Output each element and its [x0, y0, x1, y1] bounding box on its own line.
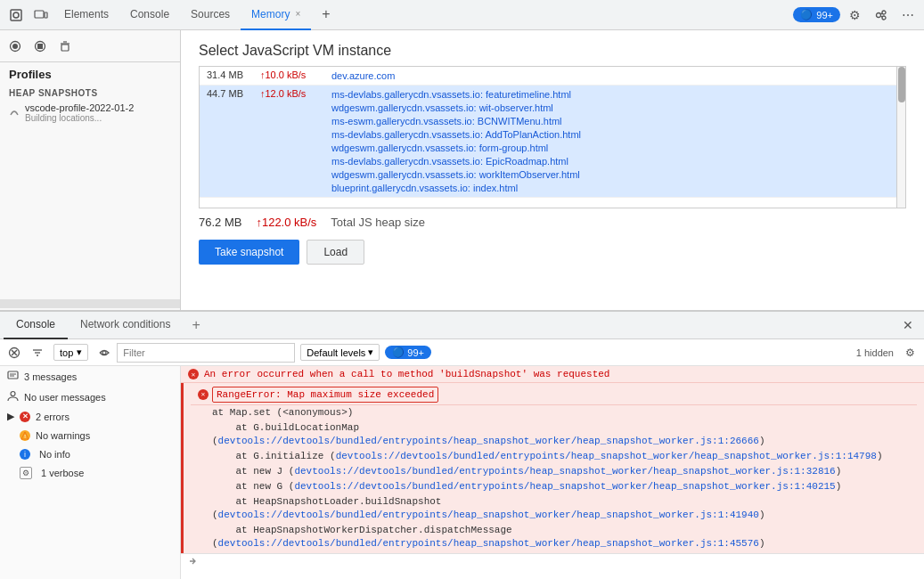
messages-label: 3 messages [24, 371, 173, 382]
tab-console[interactable]: Console [119, 0, 180, 30]
sidebar-hscrollbar[interactable] [0, 299, 180, 308]
notifications-badge[interactable]: 🔵 99+ [793, 7, 840, 22]
stack-line-5: at HeapSnapshotLoader.buildSnapshot (dev… [191, 494, 917, 523]
console-body: 3 messages No user messages ▶ ✕ 2 errors… [0, 366, 924, 579]
stack-link-2[interactable]: devtools://devtools/bundled/entrypoints/… [336, 451, 877, 461]
eye-icon[interactable] [94, 342, 115, 363]
sidebar-item-warnings[interactable]: ▶ ! No warnings [0, 426, 180, 444]
heap-snapshots-header: HEAP SNAPSHOTS [0, 85, 180, 100]
close-console-icon[interactable]: ✕ [895, 314, 920, 336]
context-dropdown-arrow: ▾ [77, 347, 82, 358]
svg-rect-0 [11, 10, 21, 20]
take-snapshot-button[interactable]: Take snapshot [199, 240, 299, 265]
table-row[interactable]: 44.7 MB ↑12.0 kB/s ms-devlabs.gallerycdn… [200, 86, 905, 198]
warnings-label: No warnings [36, 430, 173, 441]
sidebar-item-user-messages[interactable]: No user messages [0, 387, 180, 407]
info-label: No info [39, 449, 173, 460]
tab-network-conditions[interactable]: Network conditions [68, 311, 183, 339]
stack-line-4: at new G (devtools://devtools/bundled/en… [191, 479, 917, 494]
prompt-arrow-icon [188, 557, 197, 568]
rangeerror-label: RangeError: Map maximum size exceeded [212, 387, 438, 403]
sidebar-scroll: HEAP SNAPSHOTS vscode-profile-2022-01-2 … [0, 85, 180, 298]
console-settings-icon[interactable]: ⚙ [899, 342, 920, 363]
svg-point-5 [882, 11, 886, 14]
stack-link-5[interactable]: devtools://devtools/bundled/entrypoints/… [218, 510, 759, 520]
svg-point-26 [11, 392, 15, 396]
svg-point-6 [882, 16, 886, 20]
error-icon-1: ✕ [188, 369, 199, 379]
svg-point-22 [102, 351, 106, 355]
error-icon-2: ✕ [198, 389, 209, 400]
url-list: ms-devlabs.gallerycdn.vsassets.io: featu… [331, 88, 898, 194]
stack-line-3: at new J (devtools://devtools/bundled/en… [191, 464, 917, 479]
tab-sources[interactable]: Sources [180, 0, 241, 30]
table-scrollbar[interactable] [896, 67, 905, 208]
warn-dot-icon: ! [20, 430, 30, 441]
stack-line-1: at G.buildLocationMap (devtools://devtoo… [191, 420, 917, 449]
errors-expand-icon: ▶ [7, 411, 14, 422]
sidebar-item-info[interactable]: ▶ i No info [0, 444, 180, 463]
responsive-icon[interactable] [29, 3, 53, 28]
context-dropdown[interactable]: top ▾ [53, 344, 88, 361]
tab-add[interactable]: + [311, 0, 340, 30]
connect-icon[interactable] [869, 3, 894, 28]
add-tab-icon: + [322, 6, 330, 22]
user-messages-icon [7, 390, 19, 404]
devtools-topbar: Elements Console Sources Memory × + 🔵 99… [0, 0, 924, 30]
console-messages-area[interactable]: ✕ An error occurred when a call to metho… [181, 366, 924, 579]
console-section: Console Network conditions + ✕ top ▾ Def… [0, 311, 924, 579]
messages-icon [7, 370, 19, 383]
notifications-icon: 🔵 [800, 9, 813, 20]
filter-input[interactable] [117, 343, 295, 363]
sidebar-toolbar [0, 30, 180, 62]
table-row[interactable]: 31.4 MB ↑10.0 kB/s dev.azure.com [200, 67, 905, 86]
content-area: Select JavaScript VM instance 31.4 MB ↑1… [181, 30, 924, 310]
action-row: Take snapshot Load [181, 236, 924, 273]
stack-line-2: at G.initialize (devtools://devtools/bun… [191, 449, 917, 464]
tab-memory[interactable]: Memory × [241, 0, 311, 30]
delete-icon[interactable] [53, 35, 77, 58]
sidebar-item-messages[interactable]: 3 messages [0, 366, 180, 387]
load-button[interactable]: Load [307, 240, 364, 265]
console-sidebar: 3 messages No user messages ▶ ✕ 2 errors… [0, 366, 181, 579]
inspect-icon[interactable] [4, 3, 29, 28]
more-options-icon[interactable]: ⋯ [895, 3, 920, 28]
filter-toggle-icon[interactable] [27, 342, 48, 363]
stop-icon[interactable] [29, 35, 52, 58]
console-prompt[interactable] [181, 553, 924, 571]
mem-table-scroll[interactable]: 31.4 MB ↑10.0 kB/s dev.azure.com 44.7 MB… [200, 67, 905, 208]
svg-line-8 [881, 16, 883, 17]
hidden-count-label: 1 hidden [856, 347, 894, 358]
record-icon[interactable] [4, 35, 27, 58]
profile-icon [9, 106, 20, 119]
console-tabs-bar: Console Network conditions + ✕ [0, 311, 924, 339]
console-toolbar: top ▾ Default levels ▾ 🔵 99+ 1 hidden ⚙ [0, 339, 924, 366]
sidebar-item-verbose[interactable]: ▶ ⚙ 1 verbose [0, 463, 180, 483]
svg-point-1 [13, 12, 19, 18]
log-level-dropdown[interactable]: Default levels ▾ [300, 344, 380, 361]
stack-line-6: at HeapSnapshotWorkerDispatcher.dispatch… [191, 523, 917, 551]
stack-link-6[interactable]: devtools://devtools/bundled/entrypoints/… [218, 538, 759, 549]
scrollbar-thumb[interactable] [898, 67, 905, 102]
stack-link-4[interactable]: devtools://devtools/bundled/entrypoints/… [294, 481, 835, 492]
svg-rect-13 [61, 45, 69, 51]
clear-console-icon[interactable] [4, 342, 25, 363]
settings-icon[interactable]: ⚙ [842, 3, 867, 28]
warnings-expand-icon: ▶ [7, 429, 14, 441]
tab-memory-close[interactable]: × [295, 9, 300, 19]
svg-rect-3 [45, 12, 47, 18]
add-console-tab-icon[interactable]: + [183, 317, 209, 333]
error-header-line: ✕ An error occurred when a call to metho… [181, 366, 924, 383]
verbose-expand-icon: ▶ [7, 468, 14, 479]
profile-item[interactable]: vscode-profile-2022-01-2 Building locati… [0, 100, 180, 126]
stack-link-3[interactable]: devtools://devtools/bundled/entrypoints/… [294, 466, 835, 477]
tab-elements[interactable]: Elements [53, 0, 119, 30]
tab-console-panel[interactable]: Console [4, 311, 68, 339]
issues-badge[interactable]: 🔵 99+ [385, 346, 431, 359]
sidebar-item-errors[interactable]: ▶ ✕ 2 errors [0, 407, 180, 426]
svg-point-10 [12, 44, 18, 49]
stack-link-1[interactable]: devtools://devtools/bundled/entrypoints/… [218, 436, 759, 446]
sidebar-title: Profiles [0, 62, 180, 85]
svg-rect-23 [8, 371, 18, 379]
sidebar: Profiles HEAP SNAPSHOTS vscode-profile-2… [0, 30, 181, 310]
